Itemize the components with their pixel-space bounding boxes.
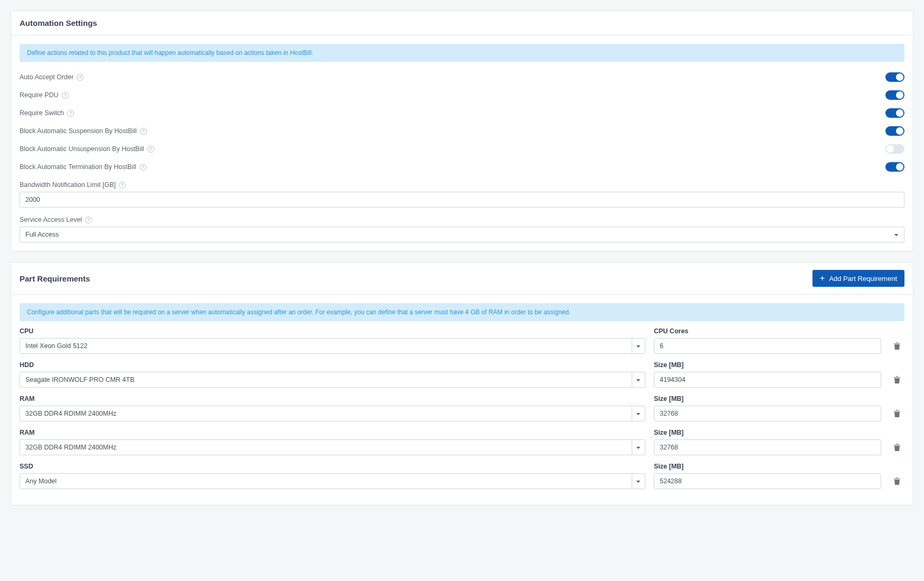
part-type-label: CPU — [20, 327, 645, 335]
toggle[interactable] — [885, 144, 904, 154]
setting-row: Require Switch? — [20, 104, 904, 122]
part-row: RAM32GB DDR4 RDIMM 2400MHzSize [MB] — [20, 395, 904, 421]
part-row: RAM32GB DDR4 RDIMM 2400MHzSize [MB] — [20, 429, 904, 455]
plus-icon: + — [820, 274, 825, 283]
automation-settings-panel: Automation Settings Define actions relat… — [11, 11, 913, 251]
setting-row: Block Automatic Termination By HostBill? — [20, 158, 904, 176]
part-row: CPUIntel Xeon Gold 5122CPU Cores — [20, 327, 904, 354]
trash-icon[interactable] — [893, 477, 901, 485]
part-requirements-info-bar: Configure additional parts that will be … — [20, 303, 904, 321]
part-type-select[interactable]: Seagate IRONWOLF PRO CMR 4TB — [20, 372, 645, 388]
part-requirements-panel: Part Requirements + Add Part Requirement… — [11, 262, 913, 505]
part-type-select[interactable]: 32GB DDR4 RDIMM 2400MHz — [20, 439, 645, 455]
setting-label: Block Automatic Unsuspension By HostBill… — [20, 145, 154, 153]
part-type-select[interactable]: Intel Xeon Gold 5122 — [20, 338, 645, 354]
automation-settings-title: Automation Settings — [20, 18, 97, 27]
service-access-level-label: Service Access Level ? — [20, 216, 904, 223]
part-type-label: HDD — [20, 361, 645, 369]
toggle[interactable] — [885, 162, 904, 172]
part-type-label: RAM — [20, 429, 645, 436]
part-requirements-title: Part Requirements — [20, 274, 90, 283]
part-qty-input[interactable] — [654, 439, 881, 455]
setting-row: Block Automatic Suspension By HostBill? — [20, 122, 904, 140]
automation-info-bar: Define actions related to this product t… — [20, 44, 904, 62]
help-icon[interactable]: ? — [62, 92, 69, 99]
bandwidth-limit-input[interactable] — [20, 192, 904, 208]
help-icon[interactable]: ? — [140, 164, 146, 171]
part-type-label: RAM — [20, 395, 645, 402]
add-part-requirement-button-label: Add Part Requirement — [829, 275, 897, 283]
toggle[interactable] — [885, 72, 904, 82]
setting-label: Block Automatic Suspension By HostBill? — [20, 127, 147, 135]
setting-label: Block Automatic Termination By HostBill? — [20, 163, 146, 171]
part-qty-label: Size [MB] — [654, 463, 881, 470]
trash-icon[interactable] — [893, 443, 901, 452]
automation-settings-header: Automation Settings — [11, 11, 913, 35]
part-requirements-header: Part Requirements + Add Part Requirement — [11, 263, 913, 295]
add-part-requirement-button[interactable]: + Add Part Requirement — [812, 270, 904, 287]
part-type-select[interactable]: 32GB DDR4 RDIMM 2400MHz — [20, 406, 645, 421]
toggle[interactable] — [885, 90, 904, 100]
trash-icon[interactable] — [893, 409, 901, 418]
part-type-select[interactable]: Any Model — [20, 473, 645, 489]
part-qty-label: CPU Cores — [654, 327, 881, 335]
setting-row: Block Automatic Unsuspension By HostBill… — [20, 140, 904, 158]
part-requirements-body: Configure additional parts that will be … — [11, 295, 913, 505]
part-row: HDDSeagate IRONWOLF PRO CMR 4TBSize [MB] — [20, 361, 904, 388]
help-icon[interactable]: ? — [85, 217, 92, 223]
toggle[interactable] — [885, 126, 904, 136]
part-qty-input[interactable] — [654, 406, 881, 421]
help-icon[interactable]: ? — [77, 74, 84, 81]
part-qty-label: Size [MB] — [654, 395, 881, 402]
setting-label: Require Switch? — [20, 109, 74, 117]
part-type-label: SSD — [20, 463, 645, 470]
help-icon[interactable]: ? — [67, 110, 74, 117]
part-qty-input[interactable] — [654, 338, 881, 354]
part-qty-label: Size [MB] — [654, 429, 881, 436]
help-icon[interactable]: ? — [147, 146, 154, 153]
setting-label: Auto Accept Order? — [20, 73, 84, 81]
automation-settings-body: Define actions related to this product t… — [11, 35, 913, 251]
bandwidth-limit-label: Bandwidth Notification Limit [GB] ? — [20, 181, 904, 189]
setting-label: Require PDU? — [20, 91, 69, 99]
help-icon[interactable]: ? — [140, 128, 147, 135]
part-row: SSDAny ModelSize [MB] — [20, 463, 904, 489]
trash-icon[interactable] — [893, 342, 901, 350]
part-qty-label: Size [MB] — [654, 361, 881, 369]
trash-icon[interactable] — [893, 376, 901, 384]
help-icon[interactable]: ? — [119, 182, 126, 189]
service-access-level-select[interactable]: Full Access — [20, 227, 904, 242]
setting-row: Require PDU? — [20, 86, 904, 104]
part-qty-input[interactable] — [654, 473, 881, 489]
toggle[interactable] — [885, 108, 904, 118]
setting-row: Auto Accept Order? — [20, 68, 904, 86]
part-qty-input[interactable] — [654, 372, 881, 388]
